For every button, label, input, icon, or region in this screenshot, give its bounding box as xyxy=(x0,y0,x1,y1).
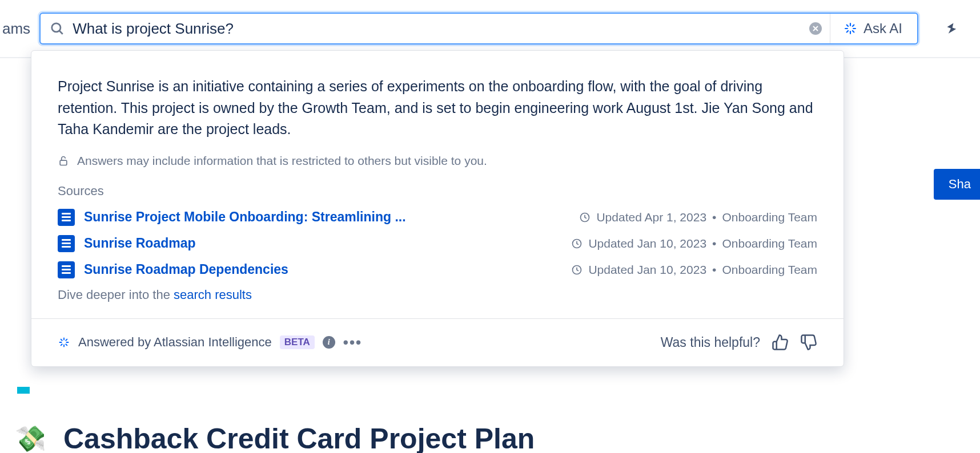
svg-point-0 xyxy=(52,23,61,32)
source-space: Onboarding Team xyxy=(722,263,817,277)
ask-ai-label: Ask AI xyxy=(863,21,902,37)
nav-item-fragment[interactable]: ams xyxy=(0,20,36,38)
ai-answer-panel: Project Sunrise is an initiative contain… xyxy=(31,50,844,367)
search-input[interactable] xyxy=(65,20,801,38)
source-title-link[interactable]: Sunrise Project Mobile Onboarding: Strea… xyxy=(84,209,406,225)
source-title-link[interactable]: Sunrise Roadmap xyxy=(84,236,196,251)
share-button[interactable]: Sha xyxy=(934,169,980,200)
sources-heading: Sources xyxy=(58,184,817,199)
source-row[interactable]: Sunrise RoadmapUpdated Jan 10, 2023•Onbo… xyxy=(58,235,817,252)
notification-bell-icon[interactable] xyxy=(945,22,958,35)
info-icon[interactable]: i xyxy=(323,336,335,349)
source-space: Onboarding Team xyxy=(722,237,817,250)
beta-badge: BETA xyxy=(280,335,315,349)
thumbs-down-button[interactable] xyxy=(800,334,817,351)
source-updated: Updated Jan 10, 2023 xyxy=(588,263,706,277)
clock-icon xyxy=(571,238,583,249)
source-meta: Updated Jan 10, 2023•Onboarding Team xyxy=(571,237,817,250)
ask-ai-button[interactable]: Ask AI xyxy=(830,14,915,43)
svg-line-1 xyxy=(59,31,63,34)
source-meta: Updated Jan 10, 2023•Onboarding Team xyxy=(571,263,817,277)
ai-answer-text: Project Sunrise is an initiative contain… xyxy=(58,76,817,140)
page-title: Cashback Credit Card Project Plan xyxy=(63,422,535,453)
top-navigation: ams Ask AI xyxy=(0,0,980,58)
search-bar[interactable]: Ask AI xyxy=(39,13,918,45)
svg-rect-4 xyxy=(60,160,67,165)
clear-search-button[interactable] xyxy=(809,22,822,35)
unlock-icon xyxy=(58,155,69,167)
source-meta: Updated Apr 1, 2023•Onboarding Team xyxy=(579,211,817,224)
answered-by-label: Answered by Atlassian Intelligence xyxy=(78,335,272,350)
money-emoji-icon: 💸 xyxy=(15,424,46,453)
helpful-prompt: Was this helpful? xyxy=(661,335,760,350)
ai-sparkle-icon xyxy=(843,21,858,36)
document-icon xyxy=(58,235,75,252)
document-icon xyxy=(58,209,75,226)
search-icon xyxy=(50,21,65,36)
source-row[interactable]: Sunrise Roadmap DependenciesUpdated Jan … xyxy=(58,261,817,278)
clock-icon xyxy=(571,264,583,276)
more-actions-button[interactable]: ••• xyxy=(343,334,362,351)
search-results-link[interactable]: search results xyxy=(174,288,252,302)
source-updated: Updated Jan 10, 2023 xyxy=(588,237,706,250)
source-updated: Updated Apr 1, 2023 xyxy=(596,211,706,224)
source-space: Onboarding Team xyxy=(722,211,817,224)
clock-icon xyxy=(579,212,591,223)
source-row[interactable]: Sunrise Project Mobile Onboarding: Strea… xyxy=(58,209,817,226)
ai-answer-footer: Answered by Atlassian Intelligence BETA … xyxy=(31,318,844,366)
dive-deeper-row: Dive deeper into the search results xyxy=(58,288,817,302)
thumbs-up-button[interactable] xyxy=(772,334,789,351)
document-icon xyxy=(58,261,75,278)
ai-sparkle-icon xyxy=(58,336,70,349)
restricted-notice: Answers may include information that is … xyxy=(77,154,487,168)
progress-fragment xyxy=(17,387,30,394)
source-title-link[interactable]: Sunrise Roadmap Dependencies xyxy=(84,262,288,277)
